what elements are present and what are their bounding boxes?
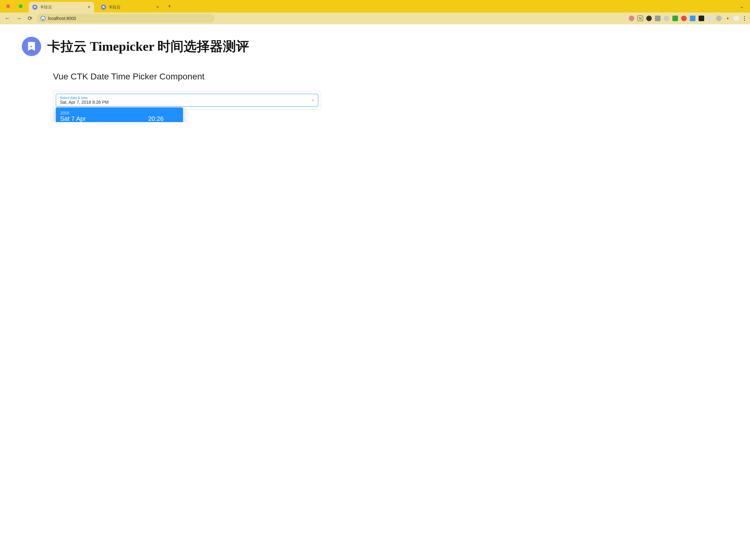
tab-title: 卡拉云 [108,4,154,10]
browser-chrome: 卡拉云 × 卡拉云 × + ⌄ ← → ⟳ localhost:8000 N [0,0,750,24]
close-tab-icon[interactable]: × [156,4,159,10]
tab-bar: 卡拉云 × 卡拉云 × + ⌄ [0,0,750,13]
header-time: 20:26 [148,115,179,122]
window-controls [3,4,25,8]
page-title: 卡拉云 Timepicker 时间选择器测评 [47,38,249,55]
popup-header: 2018 Sat 7 Apr 20:26 [56,107,183,122]
tab-favicon-icon [101,5,106,9]
forward-button[interactable]: → [14,14,23,23]
logo-icon [22,37,41,56]
extension-icon[interactable] [707,16,713,21]
extension-icon[interactable] [698,16,704,21]
site-favicon-icon [41,16,45,21]
minimize-window-button[interactable] [13,4,16,8]
section-title: Vue CTK Date Time Picker Component [53,71,321,82]
extension-icon[interactable] [655,16,660,21]
tabs-dropdown-icon[interactable]: ⌄ [736,3,747,9]
input-label: Select date & time [60,96,314,100]
extension-icon[interactable] [716,16,722,21]
browser-tab-0[interactable]: 卡拉云 × [29,2,94,13]
browser-menu-button[interactable] [742,16,747,21]
profile-avatar-icon[interactable] [733,16,739,21]
url-text: localhost:8000 [48,16,76,21]
tab-title: 卡拉云 [40,4,85,10]
page-content: 卡拉云 Timepicker 时间选择器测评 Vue CTK Date Time… [0,24,750,122]
extension-icon[interactable] [664,16,669,21]
datetime-popup: 2018 Sat 7 Apr 20:26 ← April 2018 → [56,107,183,122]
close-tab-icon[interactable]: × [87,4,91,10]
reload-button[interactable]: ⟳ [25,14,34,23]
input-value: Sat, Apr 7, 2018 8:26 PM [60,100,314,105]
extension-icon[interactable]: N [637,16,643,21]
datetime-picker: Select date & time Sat, Apr 7, 2018 8:26… [53,91,321,110]
close-window-button[interactable] [6,4,10,8]
extensions-puzzle-icon[interactable]: ✦ [725,16,730,21]
extension-icon[interactable] [681,16,687,21]
extension-icon[interactable] [629,16,634,21]
extension-icon[interactable] [672,16,678,21]
browser-tab-1[interactable]: 卡拉云 × [97,2,163,13]
address-bar[interactable]: localhost:8000 [37,14,215,23]
demo-section: Vue CTK Date Time Picker Component Selec… [22,71,321,110]
page-header: 卡拉云 Timepicker 时间选择器测评 [22,37,728,56]
maximize-window-button[interactable] [19,4,22,8]
tab-favicon-icon [33,5,37,9]
browser-toolbar: ← → ⟳ localhost:8000 N ✦ [0,13,750,24]
datetime-input[interactable]: Select date & time Sat, Apr 7, 2018 8:26… [56,94,318,107]
clear-icon[interactable]: × [312,98,314,103]
header-year: 2018 [60,110,86,115]
extension-icon[interactable] [646,16,652,21]
new-tab-button[interactable]: + [165,2,174,11]
extension-icon[interactable] [690,16,695,21]
header-date: Sat 7 Apr [60,115,86,122]
back-button[interactable]: ← [3,14,12,23]
extensions-bar: N ✦ [629,16,747,21]
